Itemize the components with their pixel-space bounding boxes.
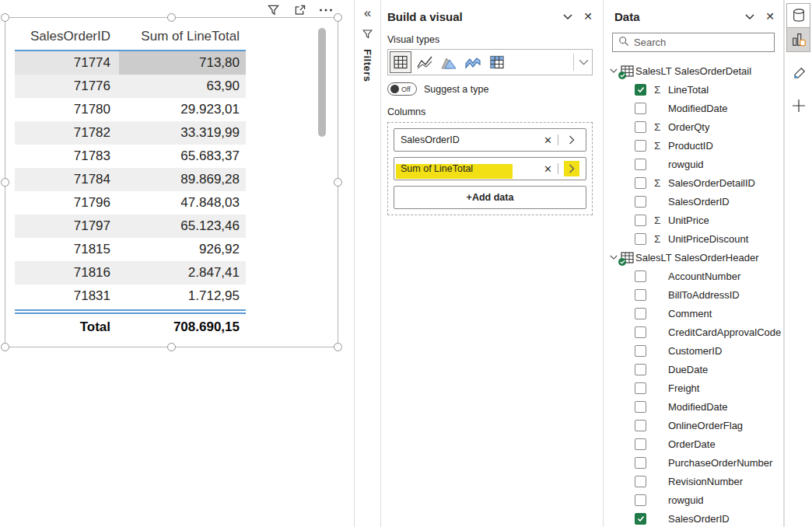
tree-field-row[interactable]: CreditCardApprovalCode bbox=[607, 323, 775, 341]
chevron-down-icon[interactable] bbox=[745, 14, 754, 19]
selection-handle[interactable] bbox=[1, 343, 9, 351]
table-row[interactable]: 71774 713,80 bbox=[15, 51, 246, 75]
line-total-cell[interactable]: 65.123,46 bbox=[119, 215, 246, 238]
field-checkbox[interactable] bbox=[635, 494, 646, 506]
field-checkbox[interactable] bbox=[635, 84, 646, 96]
line-total-cell[interactable]: 29.923,01 bbox=[119, 98, 246, 121]
tree-field-label[interactable]: RevisionNumber bbox=[668, 476, 743, 487]
filter-funnel-icon[interactable] bbox=[362, 29, 373, 43]
tree-field-row[interactable]: OnlineOrderFlag bbox=[607, 416, 775, 435]
field-checkbox[interactable] bbox=[635, 103, 646, 114]
field-checkbox[interactable] bbox=[635, 215, 646, 226]
table-visual[interactable]: SalesOrderID Sum of LineTotal 71774 713,… bbox=[5, 17, 338, 347]
tree-field-label[interactable]: Freight bbox=[668, 382, 699, 394]
columns-well-container[interactable]: SalesOrderID ✕ Sum of LineTotal ✕ +Add d… bbox=[387, 122, 593, 215]
tree-field-label[interactable]: Comment bbox=[668, 308, 712, 319]
report-canvas[interactable]: SalesOrderID Sum of LineTotal 71774 713,… bbox=[0, 0, 355, 527]
table-row[interactable]: 71776 63,90 bbox=[15, 75, 246, 98]
table-row[interactable]: 71780 29.923,01 bbox=[15, 98, 246, 121]
column-header[interactable]: SalesOrderID bbox=[15, 29, 119, 44]
selection-handle[interactable] bbox=[334, 13, 342, 22]
sales-order-id-cell[interactable]: 71774 bbox=[15, 51, 119, 75]
tree-table-row[interactable]: SalesLT SalesOrderHeader bbox=[607, 248, 775, 267]
tree-field-row[interactable]: Σ UnitPriceDiscount bbox=[607, 229, 775, 248]
collapse-chevron-icon[interactable] bbox=[608, 68, 619, 73]
tree-field-row[interactable]: RevisionNumber bbox=[607, 472, 775, 490]
table-row[interactable]: 71815 926,92 bbox=[15, 238, 246, 261]
add-data-button[interactable]: +Add data bbox=[394, 186, 586, 209]
tree-table-row[interactable]: SalesLT SalesOrderDetail bbox=[607, 61, 775, 80]
field-checkbox[interactable] bbox=[635, 159, 646, 170]
sales-order-id-cell[interactable]: 71815 bbox=[15, 238, 119, 261]
tree-field-row[interactable]: SalesOrderID bbox=[607, 509, 775, 527]
field-checkbox[interactable] bbox=[635, 382, 646, 394]
visual-type-matrix[interactable] bbox=[486, 51, 508, 73]
sales-order-id-cell[interactable]: 71782 bbox=[15, 121, 119, 145]
tree-field-row[interactable]: Σ ProductID bbox=[607, 136, 775, 155]
selection-handle[interactable] bbox=[334, 178, 342, 187]
table-row[interactable]: 71797 65.123,46 bbox=[15, 215, 246, 238]
tree-field-row[interactable]: CustomerID bbox=[607, 341, 775, 360]
sales-order-id-cell[interactable]: 71780 bbox=[15, 98, 119, 121]
tree-field-label[interactable]: OrderQty bbox=[668, 121, 709, 133]
tree-field-row[interactable]: PurchaseOrderNumber bbox=[607, 453, 775, 472]
tree-field-label[interactable]: PurchaseOrderNumber bbox=[668, 457, 772, 469]
suggest-type-toggle[interactable]: Off bbox=[387, 82, 417, 96]
tree-field-row[interactable]: Comment bbox=[607, 304, 775, 323]
tree-field-row[interactable]: Σ OrderQty bbox=[607, 117, 775, 136]
tree-field-label[interactable]: SalesOrderID bbox=[668, 196, 730, 208]
tree-field-label[interactable]: LineTotal bbox=[668, 84, 709, 96]
tree-field-label[interactable]: BillToAddressID bbox=[668, 289, 740, 301]
selection-handle[interactable] bbox=[167, 343, 176, 351]
sales-order-id-cell[interactable]: 71797 bbox=[15, 215, 119, 238]
tree-field-label[interactable]: CustomerID bbox=[668, 345, 722, 357]
tree-field-label[interactable]: ModifiedDate bbox=[668, 401, 728, 413]
tree-field-label[interactable]: CreditCardApprovalCode bbox=[668, 326, 781, 338]
build-visual-icon[interactable] bbox=[786, 27, 810, 52]
table-row[interactable]: 71816 2.847,41 bbox=[15, 261, 246, 284]
table-header-row[interactable]: SalesOrderID Sum of LineTotal bbox=[15, 23, 246, 51]
line-total-cell[interactable]: 63,90 bbox=[119, 75, 246, 98]
tree-field-row[interactable]: DueDate bbox=[607, 360, 775, 379]
sales-order-id-cell[interactable]: 71816 bbox=[15, 261, 119, 284]
tree-field-row[interactable]: rowguid bbox=[607, 155, 775, 173]
visual-type-combo-area-chart[interactable] bbox=[462, 51, 484, 73]
selection-handle[interactable] bbox=[167, 13, 176, 22]
field-options-chevron-icon[interactable] bbox=[564, 161, 579, 176]
data-pane-icon[interactable] bbox=[786, 3, 810, 28]
field-well[interactable]: Sum of LineTotal ✕ bbox=[394, 157, 586, 180]
field-checkbox[interactable] bbox=[635, 196, 646, 208]
tree-field-row[interactable]: BillToAddressID bbox=[607, 285, 775, 304]
tree-field-label[interactable]: UnitPrice bbox=[668, 215, 709, 226]
chevron-down-icon[interactable] bbox=[563, 14, 572, 19]
tree-field-row[interactable]: Σ LineTotal bbox=[607, 80, 775, 99]
sales-order-id-cell[interactable]: 71784 bbox=[15, 168, 119, 191]
remove-field-icon[interactable]: ✕ bbox=[544, 163, 552, 175]
search-box[interactable] bbox=[612, 33, 775, 52]
more-options-icon[interactable] bbox=[318, 3, 334, 17]
close-icon[interactable]: ✕ bbox=[765, 10, 775, 23]
tree-field-label[interactable]: AccountNumber bbox=[668, 270, 740, 282]
field-checkbox[interactable] bbox=[635, 476, 646, 487]
field-options-chevron-icon[interactable] bbox=[564, 132, 579, 148]
field-checkbox[interactable] bbox=[635, 326, 646, 338]
line-total-cell[interactable]: 47.848,03 bbox=[119, 191, 246, 215]
field-checkbox[interactable] bbox=[635, 364, 646, 375]
tree-field-label[interactable]: ProductID bbox=[668, 140, 713, 152]
table-row[interactable]: 71782 33.319,99 bbox=[15, 121, 246, 145]
tree-field-row[interactable]: AccountNumber bbox=[607, 267, 775, 285]
line-total-cell[interactable]: 33.319,99 bbox=[119, 121, 246, 145]
tree-field-label[interactable]: OrderDate bbox=[668, 438, 716, 450]
tree-field-label[interactable]: SalesOrderID bbox=[668, 513, 730, 525]
selection-handle[interactable] bbox=[1, 13, 9, 22]
tree-field-row[interactable]: ModifiedDate bbox=[607, 397, 775, 416]
visual-type-line-chart[interactable] bbox=[414, 51, 436, 73]
tree-field-row[interactable]: Σ UnitPrice bbox=[607, 211, 775, 229]
filters-rail-label[interactable]: Filters bbox=[362, 49, 373, 82]
table-scrollbar[interactable] bbox=[318, 28, 326, 137]
visual-type-area-chart[interactable] bbox=[438, 51, 460, 73]
table-row[interactable]: 71831 1.712,95 bbox=[15, 284, 246, 308]
tree-field-label[interactable]: OnlineOrderFlag bbox=[668, 420, 743, 431]
tree-field-label[interactable]: ModifiedDate bbox=[668, 103, 728, 114]
visual-type-table[interactable] bbox=[390, 51, 411, 73]
